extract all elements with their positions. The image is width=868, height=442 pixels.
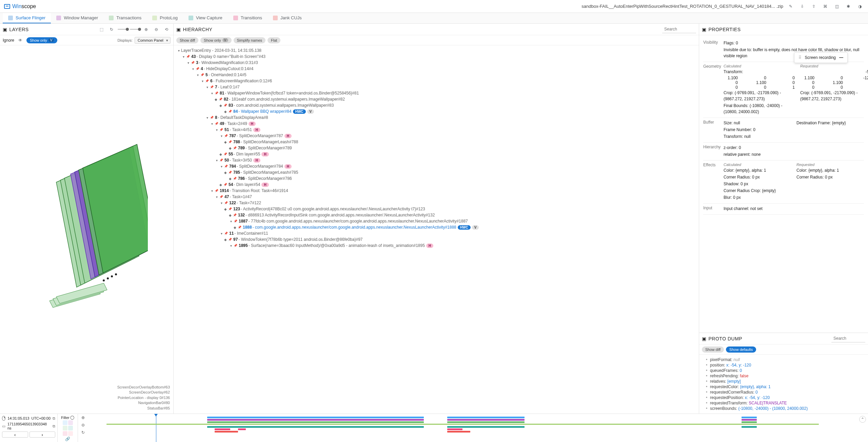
- pin-icon[interactable]: 📌: [224, 201, 228, 205]
- proto-row[interactable]: requestedColor: {empty}, alpha: 1: [703, 384, 864, 389]
- leaf-icon[interactable]: ◆: [219, 183, 222, 187]
- tree-row[interactable]: ▾📌11 - ImeContainer#11: [175, 230, 697, 236]
- keyboard-icon[interactable]: ⌘: [821, 2, 829, 10]
- pin-icon[interactable]: 📌: [228, 238, 232, 241]
- pin-icon[interactable]: 📌: [223, 104, 227, 107]
- tree-row[interactable]: ▾📌4 - HideDisplayCutout:0:14#4: [175, 66, 697, 72]
- tree-row[interactable]: ▾📌50 - Task=3#50H: [175, 157, 697, 163]
- flat-chip[interactable]: Flat: [268, 37, 280, 43]
- chevron-down-icon[interactable]: ▾: [176, 49, 181, 52]
- tab-view-capture[interactable]: View Capture: [183, 13, 228, 23]
- pin-icon[interactable]: 📌: [237, 226, 241, 229]
- pin-icon[interactable]: 📌: [219, 128, 223, 131]
- chevron-down-icon[interactable]: ▾: [219, 134, 224, 138]
- pin-icon[interactable]: 📌: [224, 165, 228, 168]
- drag-handle-icon[interactable]: ⠿: [798, 55, 802, 60]
- chevron-down-icon[interactable]: ▾: [205, 116, 210, 120]
- tree-row[interactable]: ▾📌81 - WallpaperWindowToken{fcfbcd7 toke…: [175, 90, 697, 96]
- leaf-icon[interactable]: ◆: [224, 238, 227, 241]
- pin-icon[interactable]: 📌: [224, 134, 228, 138]
- tree-row[interactable]: ◆📌789 - SplitDecorManager#789: [175, 145, 697, 151]
- pin-icon[interactable]: 📌: [219, 195, 223, 198]
- leaf-icon[interactable]: ◆: [224, 207, 227, 211]
- pin-icon[interactable]: 📌: [210, 85, 214, 89]
- tree-row[interactable]: ▾📌49 - Task=2#49H: [175, 121, 697, 127]
- pin-icon[interactable]: 📌: [233, 219, 237, 223]
- chevron-down-icon[interactable]: ▾: [214, 195, 219, 199]
- chevron-down-icon[interactable]: ▾: [210, 91, 214, 95]
- chevron-down-icon[interactable]: ▾: [205, 85, 210, 89]
- copy-icon[interactable]: ⧉: [53, 416, 55, 421]
- screen-recording-card[interactable]: ⠿ Screen recording: [794, 52, 848, 63]
- app-logo[interactable]: Winscope: [4, 3, 36, 9]
- next-button[interactable]: ›: [29, 432, 56, 438]
- show-only-chip[interactable]: Show onlyV: [26, 37, 57, 43]
- pin-icon[interactable]: 📌: [233, 146, 237, 150]
- tree-row[interactable]: ◆📌97 - WindowToken{7f78b6b type=2011 and…: [175, 236, 697, 243]
- proto-row[interactable]: requestedTransform: SCALE|TRANSLATE: [703, 401, 864, 405]
- proto-show-defaults[interactable]: Show defaults: [726, 346, 756, 353]
- tree-row[interactable]: ◆📌785 - SplitDecorManagerLeash#785: [175, 169, 697, 175]
- tree-row[interactable]: ◆📌123 - ActivityRecord{478Bc02 u0 com.go…: [175, 206, 697, 212]
- tab-transitions[interactable]: Transitions: [228, 13, 268, 23]
- chevron-down-icon[interactable]: ▾: [214, 159, 219, 162]
- history-icon[interactable]: ⟲: [162, 25, 171, 34]
- track-icons[interactable]: [63, 420, 73, 436]
- chevron-down-icon[interactable]: ▾: [214, 128, 219, 132]
- zoom-in-icon[interactable]: ⊕: [142, 25, 150, 34]
- tree-row[interactable]: ▾📌1887 - 77fdc4b com.google.android.apps…: [175, 218, 697, 224]
- tree-row[interactable]: ▾📌6 - FullscreenMagnification:0:12#6: [175, 78, 697, 84]
- tree-row[interactable]: ◆📌788 - SplitDecorManagerLeash#788: [175, 139, 697, 145]
- pin-icon[interactable]: 📌: [228, 110, 232, 113]
- pin-icon[interactable]: 📌: [223, 183, 227, 186]
- hierarchy-search[interactable]: [662, 25, 696, 33]
- zoom-out-icon[interactable]: ⊖: [152, 25, 160, 34]
- visibility-icon[interactable]: 👁: [16, 36, 24, 44]
- proto-search[interactable]: [831, 335, 865, 342]
- chevron-down-icon[interactable]: ▾: [219, 232, 224, 235]
- pin-icon[interactable]: 📌: [224, 232, 228, 235]
- pin-icon[interactable]: 📌: [186, 55, 190, 58]
- pin-icon[interactable]: 📌: [233, 244, 237, 247]
- leaf-icon[interactable]: ◆: [224, 171, 227, 174]
- rotate-icon[interactable]: ↻: [107, 25, 116, 34]
- proto-row[interactable]: requestedCornerRadius: 0: [703, 390, 864, 395]
- chevron-down-icon[interactable]: ▾: [186, 61, 191, 65]
- tree-row[interactable]: ◆📌54 - Dim layer#54H: [175, 182, 697, 188]
- spacing-slider[interactable]: [118, 29, 128, 30]
- edit-icon[interactable]: ✎: [787, 2, 795, 10]
- tree-row[interactable]: ▾📌7 - Leaf:0:1#7: [175, 84, 697, 90]
- tree-row[interactable]: ◆📌1888 - com.google.android.apps.nexusla…: [175, 224, 697, 230]
- proto-row[interactable]: relatives: [empty]: [703, 379, 864, 384]
- tree-row[interactable]: ◆📌84 - Wallpaper BBQ wrapper#84HWCV: [175, 108, 697, 114]
- tree-row[interactable]: ▾📌8 - DefaultTaskDisplayArea#8: [175, 114, 697, 121]
- pin-icon[interactable]: 📌: [219, 159, 223, 162]
- proto-row[interactable]: refreshPending: false: [703, 374, 864, 378]
- download-icon[interactable]: ⇩: [798, 2, 806, 10]
- tree-row[interactable]: ▾📌1914 - Transition Root: Task=46#1914: [175, 188, 697, 194]
- pin-icon[interactable]: 📌: [200, 73, 204, 77]
- tab-window-manager[interactable]: Window Manager: [51, 13, 103, 23]
- upload-icon[interactable]: ⇧: [810, 2, 818, 10]
- pin-icon[interactable]: 📌: [210, 116, 214, 119]
- pin-icon[interactable]: 📌: [233, 213, 237, 217]
- filter-toggle[interactable]: Filter ◯: [61, 415, 74, 420]
- pin-icon[interactable]: 📌: [214, 189, 218, 192]
- cube-icon[interactable]: ⬚: [97, 25, 105, 34]
- pin-icon[interactable]: 📌: [195, 67, 199, 70]
- proto-row[interactable]: queuedFrames: 0: [703, 368, 864, 373]
- tree-row[interactable]: ▾📌5 - OneHanded:0:14#5: [175, 72, 697, 78]
- tree-row[interactable]: ▾📌51 - Task=4#51H: [175, 127, 697, 133]
- simplify-chip[interactable]: Simplify names: [234, 37, 266, 43]
- proto-row[interactable]: requestedPosition: x: -54, y: -120: [703, 395, 864, 400]
- leaf-icon[interactable]: ◆: [233, 226, 237, 229]
- show-only-chip-h[interactable]: Show onlyV: [200, 37, 231, 43]
- tree-row[interactable]: ◆📌82 - 181eabf com.android.systemui.wall…: [175, 96, 697, 102]
- chevron-down-icon[interactable]: ▾: [195, 73, 200, 77]
- depth-slider[interactable]: [130, 29, 140, 30]
- proto-row[interactable]: position: x: -54, y: -120: [703, 363, 864, 367]
- chevron-down-icon[interactable]: ▾: [210, 189, 214, 193]
- chevron-down-icon[interactable]: ▾: [181, 55, 186, 59]
- prev-button[interactable]: ‹: [2, 432, 28, 438]
- leaf-icon[interactable]: ◆: [214, 98, 218, 101]
